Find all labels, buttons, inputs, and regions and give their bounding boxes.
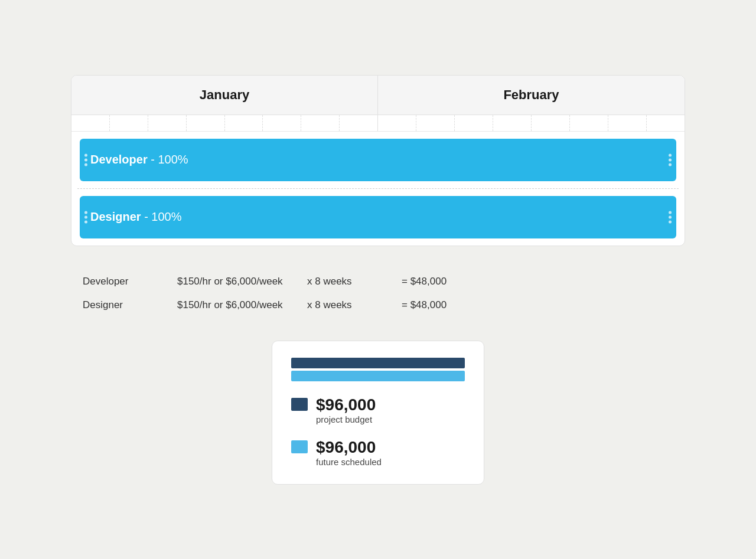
budget-developer-rate: $150/hr or $6,000/week	[177, 276, 307, 287]
legend-budget-icon	[291, 398, 308, 411]
budget-developer-total: = $48,000	[402, 276, 484, 287]
budget-designer-rate: $150/hr or $6,000/week	[177, 299, 307, 311]
developer-role-name: Developer	[90, 153, 148, 166]
dot	[84, 211, 87, 214]
tick	[225, 115, 263, 131]
chart-bars	[291, 358, 465, 381]
tick	[148, 115, 187, 131]
dot	[84, 163, 87, 166]
legend-scheduled-icon	[291, 440, 308, 453]
budget-row-developer: Developer $150/hr or $6,000/week x 8 wee…	[83, 270, 673, 293]
developer-row: Developer - 100%	[71, 132, 685, 188]
dot	[84, 215, 87, 218]
dot	[669, 153, 672, 156]
summary-scheduled-text: $96,000 future scheduled	[316, 438, 382, 468]
dot	[669, 158, 672, 161]
tick	[532, 115, 570, 131]
bar-right-dots	[669, 153, 672, 166]
tick	[493, 115, 532, 131]
summary-scheduled-item: $96,000 future scheduled	[291, 438, 465, 468]
scheduled-amount: $96,000	[316, 438, 382, 457]
budget-table: Developer $150/hr or $6,000/week x 8 wee…	[71, 270, 685, 317]
dot	[84, 153, 87, 156]
budget-label: project budget	[316, 414, 372, 424]
designer-row: Designer - 100%	[71, 189, 685, 246]
dot	[669, 220, 672, 223]
designer-bar[interactable]: Designer - 100%	[80, 196, 676, 238]
summary-card: $96,000 project budget $96,000 future sc…	[272, 341, 484, 485]
designer-role-name: Designer	[90, 210, 141, 223]
budget-designer-role: Designer	[83, 299, 177, 311]
ticks-february	[378, 115, 685, 131]
month-january-label: January	[200, 87, 249, 102]
tick	[570, 115, 608, 131]
dot	[669, 215, 672, 218]
page-container: January February	[71, 75, 685, 485]
ticks-january	[71, 115, 378, 131]
month-february-header: February	[378, 76, 685, 115]
chart-bar-scheduled	[291, 371, 465, 381]
tick	[263, 115, 301, 131]
dot	[84, 158, 87, 161]
summary-budget-text: $96,000 project budget	[316, 395, 376, 425]
chart-bar-budget	[291, 358, 465, 368]
designer-bar-suffix: - 100%	[141, 210, 182, 223]
month-january-header: January	[71, 76, 378, 115]
developer-bar[interactable]: Developer - 100%	[80, 139, 676, 181]
bar-left-dots	[84, 211, 87, 223]
gantt-ticks-row	[71, 115, 685, 132]
summary-budget-item: $96,000 project budget	[291, 395, 465, 425]
tick	[71, 115, 110, 131]
gantt-header: January February	[71, 76, 685, 115]
tick	[110, 115, 148, 131]
budget-amount: $96,000	[316, 395, 376, 414]
tick	[340, 115, 377, 131]
scheduled-label: future scheduled	[316, 457, 382, 467]
month-february-label: February	[503, 87, 559, 102]
developer-bar-label: Developer - 100%	[90, 153, 188, 166]
budget-developer-role: Developer	[83, 276, 177, 287]
tick	[416, 115, 455, 131]
bar-left-dots	[84, 153, 87, 166]
developer-bar-suffix: - 100%	[148, 153, 188, 166]
dot	[669, 211, 672, 214]
budget-row-designer: Designer $150/hr or $6,000/week x 8 week…	[83, 293, 673, 317]
tick	[455, 115, 493, 131]
budget-developer-weeks: x 8 weeks	[307, 276, 402, 287]
tick	[187, 115, 225, 131]
budget-designer-total: = $48,000	[402, 299, 484, 311]
designer-bar-label: Designer - 100%	[90, 210, 182, 224]
tick	[378, 115, 416, 131]
budget-designer-weeks: x 8 weeks	[307, 299, 402, 311]
tick	[647, 115, 685, 131]
tick	[608, 115, 647, 131]
tick	[301, 115, 340, 131]
bar-right-dots	[669, 211, 672, 223]
dot	[669, 163, 672, 166]
dot	[84, 220, 87, 223]
gantt-chart: January February	[71, 75, 685, 246]
